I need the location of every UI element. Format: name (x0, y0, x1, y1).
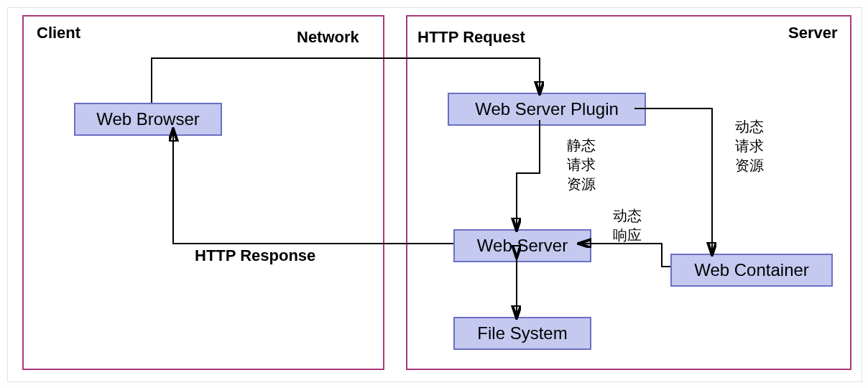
http-request-label: HTTP Request (417, 28, 525, 47)
dynamic-response-label: 动态 响应 (613, 206, 642, 245)
network-label: Network (297, 28, 359, 47)
client-frame-label: Client (37, 24, 80, 42)
server-frame-label: Server (788, 24, 838, 42)
file-system-box: File System (453, 317, 591, 350)
static-request-label: 静态 请求 资源 (567, 136, 596, 194)
http-response-label: HTTP Response (195, 246, 315, 265)
web-server-box: Web Server (453, 229, 591, 262)
web-container-box: Web Container (670, 254, 833, 287)
diagram-canvas: Client Server Web Browser Web Server Plu… (7, 7, 862, 382)
dynamic-request-label: 动态 请求 资源 (735, 117, 764, 175)
client-frame (22, 15, 384, 370)
web-browser-box: Web Browser (74, 103, 222, 136)
web-server-plugin-box: Web Server Plugin (448, 93, 646, 126)
